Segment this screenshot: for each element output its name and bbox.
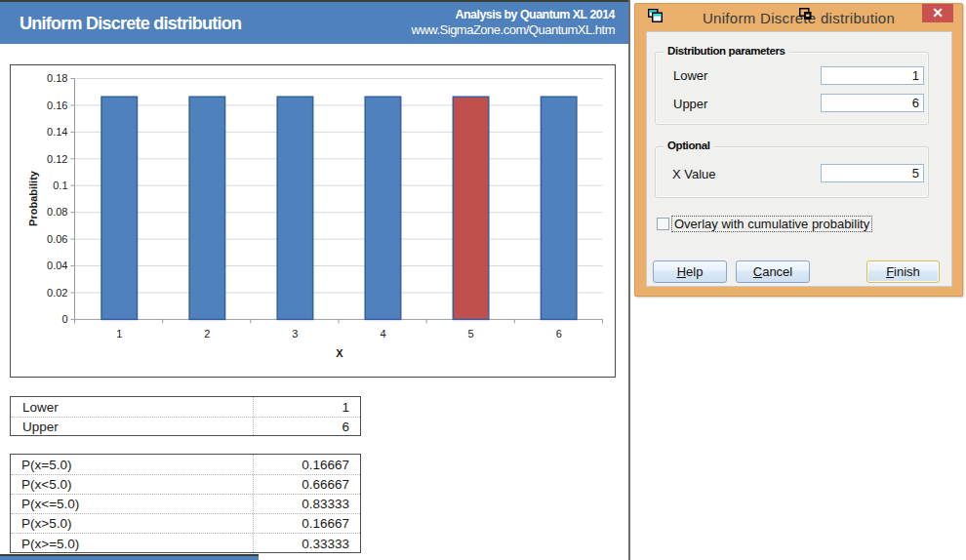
svg-text:0.14: 0.14 bbox=[47, 126, 67, 138]
svg-text:0.06: 0.06 bbox=[47, 233, 67, 245]
svg-text:0.16: 0.16 bbox=[47, 100, 67, 111]
svg-text:X: X bbox=[336, 347, 343, 359]
svg-text:2: 2 bbox=[204, 328, 210, 340]
svg-text:0.1: 0.1 bbox=[53, 180, 67, 191]
svg-text:0.08: 0.08 bbox=[47, 206, 67, 218]
svg-text:0: 0 bbox=[61, 313, 67, 325]
svg-text:5: 5 bbox=[468, 328, 474, 340]
svg-text:0.02: 0.02 bbox=[47, 287, 67, 299]
svg-text:Probability: Probability bbox=[27, 170, 39, 226]
svg-text:1: 1 bbox=[116, 328, 122, 340]
svg-text:6: 6 bbox=[556, 328, 562, 340]
svg-text:0.04: 0.04 bbox=[47, 260, 67, 271]
svg-text:0.12: 0.12 bbox=[47, 153, 67, 165]
svg-text:0.18: 0.18 bbox=[47, 72, 67, 84]
svg-text:3: 3 bbox=[292, 328, 298, 340]
svg-text:4: 4 bbox=[380, 328, 385, 340]
